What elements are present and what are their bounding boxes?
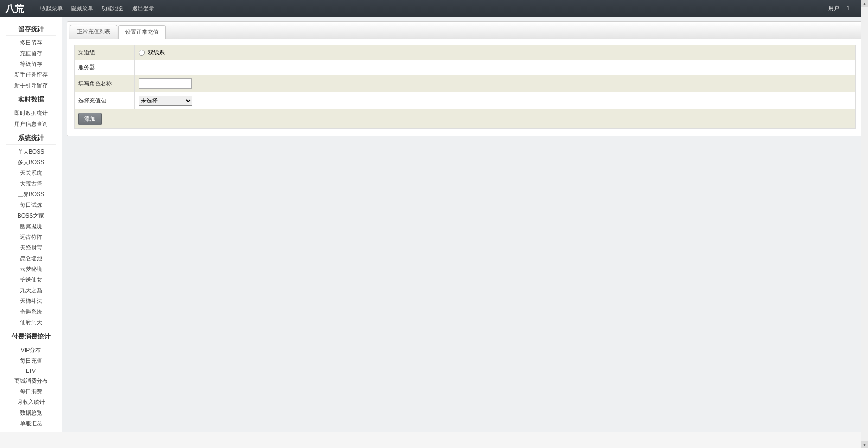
sidebar: 留存统计多日留存充值留存等级留存新手任务留存新手引导留存实时数据即时数据统计用户…: [0, 17, 62, 432]
sidebar-item[interactable]: 云梦秘境: [0, 264, 62, 275]
sidebar-item[interactable]: 多日留存: [0, 38, 62, 48]
sidebar-item[interactable]: 数据总览: [0, 408, 62, 418]
sidebar-item[interactable]: 新手引导留存: [0, 80, 62, 91]
tab-recharge-list[interactable]: 正常充值列表: [70, 25, 117, 39]
sidebar-item[interactable]: 三界BOSS: [0, 189, 62, 200]
user-info: 用户： 1: [828, 5, 849, 13]
tab-bar: 正常充值列表 设置正常充值: [69, 23, 862, 39]
nav-hide-menu[interactable]: 隐藏菜单: [69, 4, 96, 13]
nav-sitemap[interactable]: 功能地图: [99, 4, 126, 13]
sidebar-group-title: 系统统计: [6, 132, 56, 145]
sidebar-item[interactable]: 充值留存: [0, 48, 62, 59]
topbar: 八荒 收起菜单 隐藏菜单 功能地图 退出登录 用户： 1: [0, 0, 868, 17]
main-content: 正常充值列表 设置正常充值 渠道组 双线系 服: [62, 17, 868, 432]
sidebar-group: 系统统计单人BOSS多人BOSS天关系统大荒古塔三界BOSS每日试炼BOSS之家…: [0, 132, 62, 328]
cell-server: [135, 60, 856, 75]
sidebar-item[interactable]: 大荒古塔: [0, 179, 62, 189]
sidebar-group-title: 留存统计: [6, 23, 56, 36]
sidebar-item[interactable]: 每日试炼: [0, 200, 62, 211]
sidebar-item[interactable]: 每日充值: [0, 356, 62, 366]
label-server: 服务器: [75, 60, 135, 75]
user-label: 用户：: [828, 5, 845, 12]
radio-dual-line[interactable]: [139, 50, 145, 56]
sidebar-item[interactable]: 单人BOSS: [0, 147, 62, 157]
sidebar-item[interactable]: 仙府洞天: [0, 317, 62, 328]
sidebar-item[interactable]: 昆仑瑶池: [0, 253, 62, 264]
sidebar-item[interactable]: LTV: [0, 366, 62, 376]
panel-body: 渠道组 双线系 服务器 填写角色名称: [69, 39, 862, 134]
sidebar-item[interactable]: 天梯斗法: [0, 296, 62, 307]
sidebar-item[interactable]: 天降财宝: [0, 243, 62, 253]
sidebar-item[interactable]: 幽冥鬼境: [0, 221, 62, 232]
add-button[interactable]: 添加: [78, 113, 102, 125]
label-channel-group: 渠道组: [75, 45, 135, 60]
sidebar-item[interactable]: 新手任务留存: [0, 70, 62, 80]
label-package: 选择充值包: [75, 92, 135, 109]
sidebar-group-title: 实时数据: [6, 94, 56, 106]
tab-set-recharge[interactable]: 设置正常充值: [118, 25, 166, 39]
sidebar-item[interactable]: VIP分布: [0, 345, 62, 356]
cell-channel-group: 双线系: [135, 45, 856, 60]
sidebar-group: 留存统计多日留存充值留存等级留存新手任务留存新手引导留存: [0, 23, 62, 91]
sidebar-group-title: 付费消费统计: [6, 331, 56, 343]
nav-logout[interactable]: 退出登录: [130, 4, 157, 13]
sidebar-item[interactable]: 九天之巅: [0, 285, 62, 296]
sidebar-item[interactable]: 护送仙女: [0, 275, 62, 285]
sidebar-item[interactable]: 用户信息查询: [0, 119, 62, 129]
radio-dual-line-label[interactable]: 双线系: [139, 49, 165, 56]
sidebar-item[interactable]: 天关系统: [0, 168, 62, 179]
radio-dual-line-text: 双线系: [148, 49, 165, 56]
label-role-name: 填写角色名称: [75, 75, 135, 92]
vertical-scrollbar[interactable]: ▴ ▾: [861, 0, 868, 432]
sidebar-group: 实时数据即时数据统计用户信息查询: [0, 94, 62, 129]
sidebar-item[interactable]: BOSS之家: [0, 211, 62, 221]
cell-package: 未选择: [135, 92, 856, 109]
panel: 正常充值列表 设置正常充值 渠道组 双线系 服: [67, 21, 863, 136]
sidebar-group: 付费消费统计VIP分布每日充值LTV商城消费分布每日消费月收入统计数据总览单服汇…: [0, 331, 62, 429]
sidebar-item[interactable]: 即时数据统计: [0, 108, 62, 119]
scroll-up-icon[interactable]: ▴: [861, 0, 868, 7]
brand-logo: 八荒: [6, 2, 24, 15]
package-select[interactable]: 未选择: [139, 96, 192, 106]
sidebar-item[interactable]: 商城消费分布: [0, 376, 62, 386]
sidebar-item[interactable]: 奇遇系统: [0, 307, 62, 317]
user-value: 1: [846, 5, 849, 12]
cell-role-name: [135, 75, 856, 92]
sidebar-item[interactable]: 远古符阵: [0, 232, 62, 243]
role-name-input[interactable]: [139, 78, 192, 89]
nav-collapse-menu[interactable]: 收起菜单: [38, 4, 65, 13]
form-table: 渠道组 双线系 服务器 填写角色名称: [74, 45, 856, 129]
cell-submit: 添加: [75, 109, 856, 129]
sidebar-item[interactable]: 等级留存: [0, 59, 62, 70]
top-nav: 收起菜单 隐藏菜单 功能地图 退出登录: [38, 4, 157, 13]
sidebar-item[interactable]: 单服汇总: [0, 418, 62, 429]
sidebar-item[interactable]: 月收入统计: [0, 397, 62, 408]
sidebar-item[interactable]: 每日消费: [0, 386, 62, 397]
sidebar-item[interactable]: 多人BOSS: [0, 157, 62, 168]
